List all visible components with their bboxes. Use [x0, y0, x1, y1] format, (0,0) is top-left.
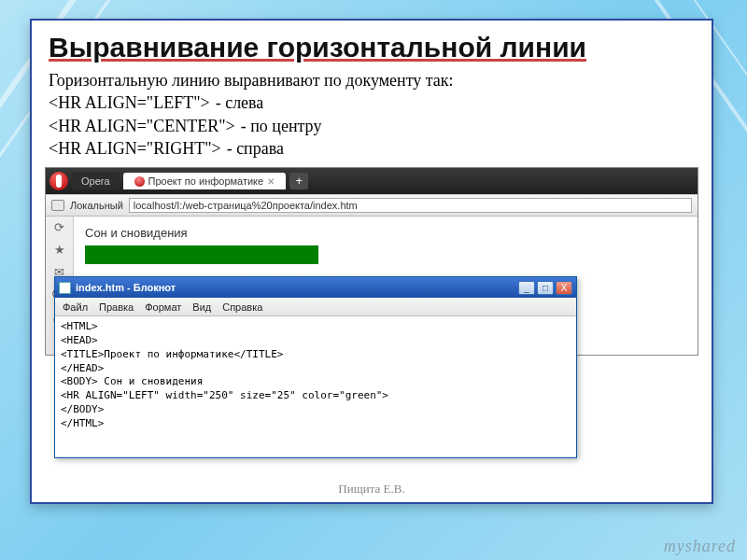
star-icon[interactable]: ★	[52, 243, 67, 258]
refresh-icon[interactable]: ⟳	[52, 220, 67, 235]
menu-file[interactable]: Файл	[63, 301, 88, 313]
tab-active[interactable]: Проект по информатике ✕	[123, 173, 287, 189]
menu-format[interactable]: Формат	[145, 301, 181, 313]
url-field[interactable]: localhost/I:/web-страница%20проекта/inde…	[129, 198, 692, 213]
slide-title: Выравнивание горизонтальной линии	[32, 21, 712, 69]
desc-left: - слева	[216, 91, 264, 114]
tab-bar: Opera Проект по информатике ✕ +	[46, 168, 698, 194]
notepad-doc-icon	[59, 282, 71, 294]
notepad-content[interactable]: <HTML> <HEAD> <TITLE>Проект по информати…	[55, 316, 576, 435]
align-left-line: <HR ALIGN="LEFT"> - слева	[49, 91, 695, 114]
tab-close-icon[interactable]: ✕	[267, 176, 275, 187]
code-center: <HR ALIGN="CENTER">	[49, 115, 235, 137]
opera-icon[interactable]	[49, 172, 68, 190]
intro-text: Горизонтальную линию выравнивают по доку…	[49, 69, 695, 91]
notepad-window: index.htm - Блокнот _ □ X Файл Правка Фо…	[54, 276, 577, 458]
addr-label: Локальный	[70, 200, 123, 211]
tab-active-label: Проект по информатике	[148, 175, 264, 187]
close-button[interactable]: X	[556, 281, 572, 295]
desc-right: - справа	[227, 137, 284, 160]
local-icon	[51, 200, 64, 211]
slide-body: Горизонтальную линию выравнивают по доку…	[32, 69, 712, 160]
minimize-button[interactable]: _	[518, 281, 535, 295]
notepad-menu: Файл Правка Формат Вид Справка	[55, 298, 576, 316]
green-hr	[85, 245, 318, 264]
footer-author: Пищита Е.В.	[32, 482, 712, 497]
tab-opera[interactable]: Opera	[72, 173, 120, 189]
desc-center: - по центру	[241, 115, 322, 137]
notepad-title: index.htm - Блокнот	[76, 282, 176, 293]
tab-doc-icon	[134, 176, 145, 187]
page-heading: Сон и сновидения	[85, 226, 686, 240]
notepad-titlebar[interactable]: index.htm - Блокнот _ □ X	[55, 277, 576, 298]
maximize-button[interactable]: □	[537, 281, 554, 295]
menu-view[interactable]: Вид	[192, 301, 211, 313]
align-center-line: <HR ALIGN="CENTER"> - по центру	[49, 115, 695, 137]
address-bar: Локальный localhost/I:/web-страница%20пр…	[46, 194, 698, 217]
new-tab-button[interactable]: +	[289, 173, 308, 189]
code-right: <HR ALIGN="RIGHT">	[49, 137, 221, 160]
watermark: myshared	[664, 537, 736, 556]
menu-help[interactable]: Справка	[222, 301, 262, 313]
code-left: <HR ALIGN="LEFT">	[49, 91, 210, 114]
menu-edit[interactable]: Правка	[99, 301, 134, 313]
align-right-line: <HR ALIGN="RIGHT"> - справа	[49, 137, 695, 160]
